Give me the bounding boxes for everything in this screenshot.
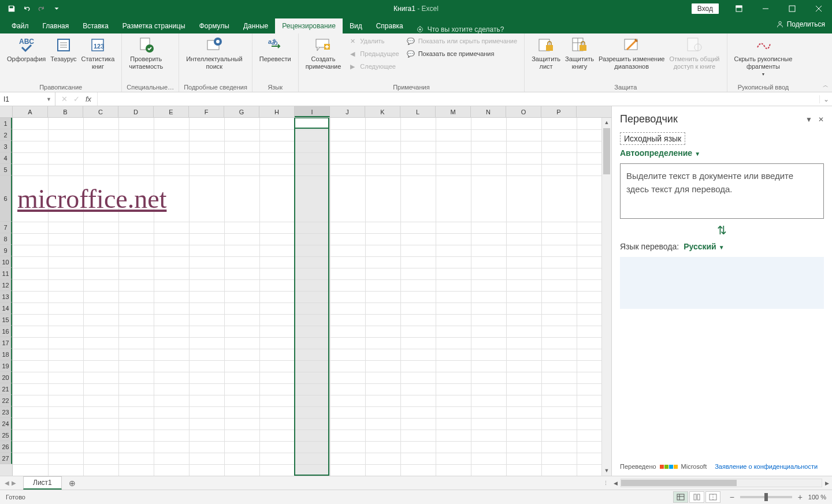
row-header[interactable]: 11 xyxy=(0,268,12,279)
column-header[interactable]: A xyxy=(13,106,48,117)
name-box-dropdown[interactable]: ▼ xyxy=(46,96,51,102)
column-header[interactable]: P xyxy=(541,106,577,117)
add-sheet-button[interactable]: ⊕ xyxy=(65,479,79,488)
column-header[interactable]: E xyxy=(154,106,189,117)
row-header[interactable]: 4 xyxy=(0,152,12,164)
row-header[interactable]: 10 xyxy=(0,256,12,268)
tab-view[interactable]: Вид xyxy=(343,18,369,33)
cancel-formula-button[interactable]: ✕ xyxy=(61,95,68,103)
horizontal-scrollbar[interactable]: ⋮ ◀ ▶ xyxy=(601,478,832,488)
protect-sheet-button[interactable]: Защитить лист xyxy=(529,35,563,72)
column-header[interactable]: L xyxy=(400,106,436,117)
save-button[interactable] xyxy=(5,2,18,16)
hscroll-left[interactable]: ◀ xyxy=(611,480,621,486)
column-header[interactable]: C xyxy=(83,106,118,117)
row-header[interactable]: 9 xyxy=(0,245,12,256)
tab-layout[interactable]: Разметка страницы xyxy=(116,18,192,33)
row-header[interactable]: 1 xyxy=(0,118,12,129)
column-header[interactable]: I xyxy=(295,106,330,117)
scroll-down-button[interactable]: ▼ xyxy=(602,466,611,476)
sheet-tab-1[interactable]: Лист1 xyxy=(23,476,62,490)
login-button[interactable]: Вход xyxy=(692,3,719,14)
collapse-ribbon-button[interactable]: ︿ xyxy=(823,81,829,89)
tab-file[interactable]: Файл xyxy=(5,18,36,33)
hscroll-thumb[interactable] xyxy=(621,480,737,486)
row-header[interactable]: 2 xyxy=(0,129,12,141)
hscroll-track[interactable] xyxy=(621,479,822,487)
hscroll-grip[interactable]: ⋮ xyxy=(601,480,611,486)
smart-lookup-button[interactable]: Интеллектуальный поиск xyxy=(184,35,244,72)
row-header[interactable]: 7 xyxy=(0,222,12,233)
row-header[interactable]: 21 xyxy=(0,383,12,395)
column-header[interactable]: H xyxy=(259,106,295,117)
privacy-link[interactable]: Заявление о конфиденциальности xyxy=(715,463,818,470)
row-header[interactable]: 22 xyxy=(0,395,12,406)
hide-ink-button[interactable]: Скрыть рукописные фрагменты ▾ xyxy=(732,35,795,79)
expand-formula-bar-button[interactable]: ⌄ xyxy=(819,95,832,103)
pane-options-button[interactable]: ▼ xyxy=(805,115,812,124)
row-header[interactable]: 19 xyxy=(0,360,12,372)
column-header[interactable]: K xyxy=(365,106,400,117)
name-box[interactable]: ▼ xyxy=(0,92,55,106)
zoom-handle[interactable] xyxy=(764,493,768,501)
tab-help[interactable]: Справка xyxy=(369,18,410,33)
row-header[interactable]: 5 xyxy=(0,164,12,176)
column-header[interactable]: F xyxy=(189,106,224,117)
tab-formulas[interactable]: Формулы xyxy=(192,18,236,33)
column-header[interactable]: G xyxy=(224,106,259,117)
redo-button[interactable] xyxy=(35,2,49,16)
row-header[interactable]: 3 xyxy=(0,141,12,152)
enter-formula-button[interactable]: ✓ xyxy=(73,95,80,103)
spelling-button[interactable]: ABC Орфография xyxy=(5,35,48,64)
check-accessibility-button[interactable]: Проверить читаемость xyxy=(127,35,165,72)
share-button[interactable]: Поделиться xyxy=(776,20,825,28)
column-header[interactable]: J xyxy=(330,106,365,117)
column-header[interactable]: O xyxy=(506,106,541,117)
name-box-input[interactable] xyxy=(3,95,44,103)
page-break-view-button[interactable] xyxy=(705,491,720,503)
zoom-in-button[interactable]: + xyxy=(796,492,805,502)
tell-me-search[interactable]: Что вы хотите сделать? xyxy=(416,25,504,33)
row-header[interactable]: 26 xyxy=(0,441,12,453)
row-header[interactable]: 15 xyxy=(0,314,12,326)
swap-languages-button[interactable]: ⇅ xyxy=(620,223,824,237)
active-cell[interactable] xyxy=(294,118,329,129)
row-header[interactable]: 20 xyxy=(0,372,12,383)
zoom-out-button[interactable]: − xyxy=(727,492,737,502)
row-header[interactable]: 12 xyxy=(0,279,12,291)
row-header[interactable]: 24 xyxy=(0,418,12,430)
maximize-button[interactable] xyxy=(779,0,805,17)
scroll-up-button[interactable]: ▲ xyxy=(602,118,611,128)
allow-edit-ranges-button[interactable]: Разрешить изменение диапазонов xyxy=(596,35,667,72)
row-header[interactable]: 27 xyxy=(0,453,12,464)
row-header[interactable]: 6 xyxy=(0,176,12,222)
formula-input[interactable] xyxy=(98,92,819,106)
tab-data[interactable]: Данные xyxy=(236,18,275,33)
thesaurus-button[interactable]: Тезаурус xyxy=(48,35,79,64)
row-header[interactable]: 8 xyxy=(0,233,12,245)
column-header[interactable]: M xyxy=(436,106,471,117)
sheet-nav-next[interactable]: ▶ xyxy=(12,480,16,486)
tab-home[interactable]: Главная xyxy=(36,18,76,33)
hscroll-right[interactable]: ▶ xyxy=(822,480,832,486)
select-all-corner[interactable] xyxy=(0,106,13,117)
ribbon-display-options-button[interactable] xyxy=(726,0,752,17)
show-all-comments-button[interactable]: 💬Показать все примечания xyxy=(404,47,519,60)
zoom-level[interactable]: 100 % xyxy=(808,494,826,501)
undo-button[interactable] xyxy=(20,2,34,16)
row-header[interactable]: 17 xyxy=(0,337,12,349)
row-header[interactable]: 16 xyxy=(0,326,12,337)
tab-insert[interactable]: Вставка xyxy=(76,18,116,33)
row-header[interactable]: 25 xyxy=(0,430,12,441)
column-header[interactable]: D xyxy=(118,106,154,117)
minimize-button[interactable] xyxy=(752,0,779,17)
row-header[interactable]: 13 xyxy=(0,291,12,303)
row-header[interactable]: 18 xyxy=(0,349,12,360)
row-header[interactable]: 14 xyxy=(0,303,12,314)
page-layout-view-button[interactable] xyxy=(689,491,704,503)
qat-customize-button[interactable] xyxy=(50,2,64,16)
column-header[interactable]: N xyxy=(471,106,506,117)
zoom-slider[interactable] xyxy=(740,496,792,498)
cells-area[interactable]: microffice.net xyxy=(13,118,611,476)
insert-function-button[interactable]: fx xyxy=(86,95,91,103)
